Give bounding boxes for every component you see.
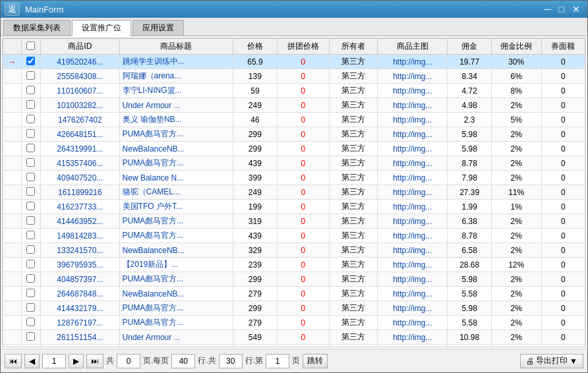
table-row[interactable]: 415357406...PUMA彪马官方...4390第三方http://img… xyxy=(3,156,585,171)
table-row[interactable]: 409407520...New Balance N...3990第三方http:… xyxy=(3,171,585,185)
row-checkbox-cell[interactable] xyxy=(21,330,40,345)
product-id[interactable]: 128767197... xyxy=(41,316,120,330)
per-page-input[interactable] xyxy=(171,354,195,368)
row-checkbox-cell[interactable] xyxy=(21,345,40,348)
table-row[interactable]: 128767197...PUMA彪马官方...2790第三方http://img… xyxy=(3,316,585,330)
row-checkbox[interactable] xyxy=(26,274,35,283)
product-title[interactable]: NewBalanceNB... xyxy=(119,142,233,156)
product-id[interactable]: 309444657... xyxy=(41,345,120,348)
product-theme[interactable]: http://img... xyxy=(378,98,448,113)
row-checkbox-cell[interactable] xyxy=(21,171,40,185)
table-row[interactable]: 261151154...Under Armour ...5490第三方http:… xyxy=(3,330,585,345)
product-title[interactable]: 阿瑞娜（arena... xyxy=(119,69,233,84)
product-id[interactable]: 255584308... xyxy=(41,69,120,84)
product-theme[interactable]: http://img... xyxy=(378,69,448,84)
export-button[interactable]: 🖨 导出打印 ▼ xyxy=(520,354,583,368)
row-checkbox-cell[interactable] xyxy=(21,316,40,330)
row-checkbox-cell[interactable] xyxy=(21,98,40,113)
product-theme[interactable]: http://img... xyxy=(378,171,448,185)
product-id[interactable]: 409407520... xyxy=(41,171,120,185)
row-checkbox-cell[interactable] xyxy=(21,142,40,156)
row-checkbox[interactable] xyxy=(26,100,35,109)
row-checkbox-cell[interactable] xyxy=(21,156,40,171)
product-id[interactable]: 414432179... xyxy=(41,301,120,316)
table-container[interactable]: 商品ID 商品标题 价格 拼团价格 所有者 商品主图 佣金 佣金比例 券面额 →… xyxy=(2,38,586,347)
product-title[interactable]: 奥义 瑜伽垫NB... xyxy=(119,113,233,127)
product-theme[interactable]: http://img... xyxy=(378,127,448,142)
product-id[interactable]: 419520246... xyxy=(41,55,120,69)
tab-data[interactable]: 数据采集列表 xyxy=(3,20,71,36)
tab-app[interactable]: 应用设置 xyxy=(132,20,184,36)
product-id[interactable]: 414463952... xyxy=(41,214,120,229)
row-checkbox-cell[interactable] xyxy=(21,84,40,98)
row-checkbox[interactable] xyxy=(26,303,35,312)
row-checkbox[interactable] xyxy=(26,187,35,196)
table-row[interactable]: →419520246...跳绳学生训练中...65.90第三方http://im… xyxy=(3,55,585,69)
product-title[interactable]: PUMA彪马官方... xyxy=(119,316,233,330)
row-checkbox-cell[interactable] xyxy=(21,301,40,316)
product-theme[interactable]: http://img... xyxy=(378,214,448,229)
table-row[interactable]: 414432179...PUMA彪马官方...2990第三方http://img… xyxy=(3,301,585,316)
row-checkbox-cell[interactable] xyxy=(21,272,40,287)
row-checkbox[interactable] xyxy=(26,57,35,65)
product-theme[interactable]: http://img... xyxy=(378,200,448,214)
row-checkbox[interactable] xyxy=(26,173,35,181)
product-theme[interactable]: http://img... xyxy=(378,229,448,243)
row-checkbox[interactable] xyxy=(26,115,35,123)
product-id[interactable]: 133241570... xyxy=(41,243,120,258)
table-row[interactable]: 149814283...PUMA彪马官方...4390第三方http://img… xyxy=(3,229,585,243)
row-checkbox[interactable] xyxy=(26,318,35,326)
product-theme[interactable]: http://img... xyxy=(378,84,448,98)
table-row[interactable]: 1611899216骆驼（CAMEL...2490第三方http://img..… xyxy=(3,185,585,200)
product-id[interactable]: 396795935... xyxy=(41,258,120,272)
row-checkbox[interactable] xyxy=(26,144,35,152)
table-row[interactable]: 404857397...PUMA彪马官方...2990第三方http://img… xyxy=(3,272,585,287)
select-all-checkbox[interactable] xyxy=(26,42,35,50)
row-checkbox[interactable] xyxy=(26,245,35,254)
product-theme[interactable]: http://img... xyxy=(378,142,448,156)
row-checkbox-cell[interactable] xyxy=(21,287,40,301)
product-theme[interactable]: http://img... xyxy=(378,272,448,287)
product-title[interactable]: NewBalanceNB... xyxy=(119,287,233,301)
row-checkbox[interactable] xyxy=(26,86,35,94)
product-theme[interactable]: http://img... xyxy=(378,156,448,171)
product-title[interactable]: Under Armour ... xyxy=(119,330,233,345)
product-id[interactable]: 416237733... xyxy=(41,200,120,214)
row-checkbox[interactable] xyxy=(26,289,35,297)
table-row[interactable]: 426648151...PUMA彪马官方...2990第三方http://img… xyxy=(3,127,585,142)
jump-button[interactable]: 跳转 xyxy=(303,354,328,368)
row-checkbox[interactable] xyxy=(26,260,35,268)
close-button[interactable]: ✕ xyxy=(569,5,583,14)
table-row[interactable]: 414463952...PUMA彪马官方...3190第三方http://img… xyxy=(3,214,585,229)
product-title[interactable]: 跳绳学生训练中... xyxy=(119,55,233,69)
row-checkbox[interactable] xyxy=(26,158,35,167)
row-checkbox[interactable] xyxy=(26,71,35,80)
row-checkbox[interactable] xyxy=(26,202,35,210)
product-theme[interactable]: http://img... xyxy=(378,258,448,272)
product-id[interactable]: 101003282... xyxy=(41,98,120,113)
table-row[interactable]: 101003282...Under Armour ...2490第三方http:… xyxy=(3,98,585,113)
row-checkbox-cell[interactable] xyxy=(21,55,40,69)
row-checkbox-cell[interactable] xyxy=(21,185,40,200)
product-theme[interactable]: http://img... xyxy=(378,330,448,345)
product-title[interactable]: PUMA彪马官方... xyxy=(119,214,233,229)
product-title[interactable]: NewBalanceNB... xyxy=(119,243,233,258)
total-pages-input[interactable] xyxy=(117,354,140,368)
product-title[interactable]: PUMA彪马官方... xyxy=(119,301,233,316)
row-checkbox-cell[interactable] xyxy=(21,127,40,142)
product-theme[interactable]: http://img... xyxy=(378,243,448,258)
product-id[interactable]: 110160607... xyxy=(41,84,120,98)
goto-page-input[interactable] xyxy=(266,354,289,368)
product-id[interactable]: 149814283... xyxy=(41,229,120,243)
product-theme[interactable]: http://img... xyxy=(378,55,448,69)
row-checkbox[interactable] xyxy=(26,332,35,341)
product-title[interactable]: 李宁（LI-NING... xyxy=(119,345,233,348)
product-title[interactable]: 骆驼（CAMEL... xyxy=(119,185,233,200)
row-checkbox[interactable] xyxy=(26,347,35,348)
current-page-input[interactable] xyxy=(42,354,66,368)
row-checkbox[interactable] xyxy=(26,216,35,225)
row-checkbox-cell[interactable] xyxy=(21,214,40,229)
product-title[interactable]: 【2019新品】... xyxy=(119,258,233,272)
product-id[interactable]: 1476267402 xyxy=(41,113,120,127)
table-row[interactable]: 133241570...NewBalanceNB...3290第三方http:/… xyxy=(3,243,585,258)
